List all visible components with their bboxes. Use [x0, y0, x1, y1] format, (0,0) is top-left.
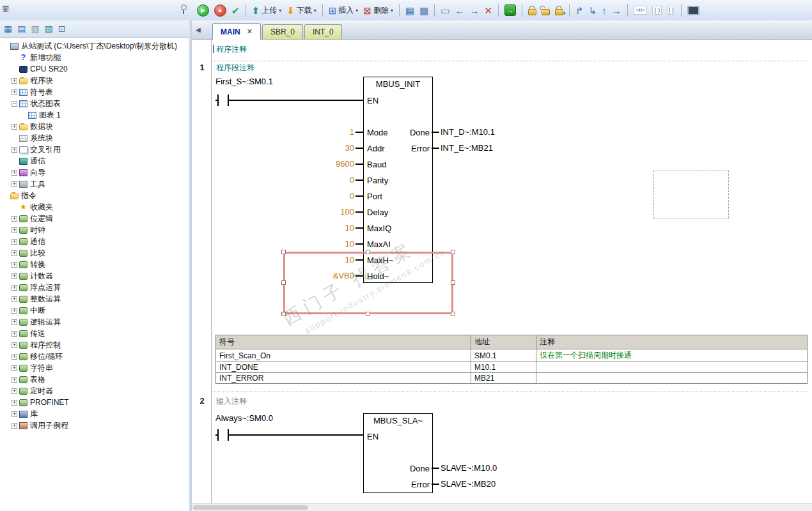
view-project-icon[interactable]: ▦	[4, 24, 12, 33]
view-status-icon[interactable]: ▥	[31, 24, 39, 33]
operand-value[interactable]: 100	[288, 208, 354, 217]
lock-button[interactable]	[526, 3, 538, 18]
unlock-button[interactable]	[540, 3, 552, 18]
upload-button[interactable]: ⬆上传▾	[250, 3, 284, 18]
ladder-editor[interactable]: 程序注释 1 程序段注释 First_S~:SM0.1 MBUS_INIT EN…	[192, 40, 812, 511]
tree-expander-icon[interactable]: +	[12, 285, 17, 291]
compile-button[interactable]: ✔	[230, 3, 242, 18]
line-up-button[interactable]: ↑	[600, 3, 609, 18]
download-button[interactable]: ⬇下载▾	[285, 3, 318, 18]
tree-item-24[interactable]: +逻辑运算	[0, 316, 189, 328]
line-right-button[interactable]: →	[610, 3, 623, 18]
tree-expander-icon[interactable]: +	[12, 170, 17, 176]
tree-item-9[interactable]: +交叉引用	[0, 144, 189, 155]
selection-handle[interactable]	[281, 250, 286, 254]
tree-item-15[interactable]: +位逻辑	[0, 213, 189, 224]
mbus-slave-block[interactable]: MBUS_SLA~ EN Done Error	[363, 413, 433, 493]
tree-item-17[interactable]: +通信	[0, 236, 189, 247]
tree-item-20[interactable]: +计数器	[0, 270, 189, 282]
dropdown-arrow-icon[interactable]: ▾	[391, 8, 393, 13]
tree-expander-icon[interactable]: +	[12, 147, 17, 153]
program-comment[interactable]: 程序注释	[216, 44, 247, 55]
operand-value[interactable]: 0	[288, 176, 354, 185]
tree-item-11[interactable]: +向导	[0, 167, 189, 178]
tree-expander-icon[interactable]: −	[12, 101, 17, 107]
dropdown-arrow-icon[interactable]: ▾	[355, 8, 358, 13]
tree-expander-icon[interactable]: +	[12, 239, 17, 245]
scrollbar-thumb[interactable]	[193, 505, 308, 510]
selection-handle[interactable]	[281, 312, 286, 316]
tree-expander-icon[interactable]: +	[12, 388, 17, 394]
tree-expander-icon[interactable]: +	[12, 342, 17, 348]
operand-value[interactable]: 1	[288, 128, 354, 137]
page-forward-button[interactable]: →	[468, 3, 481, 18]
selection-handle[interactable]	[366, 250, 370, 254]
tree-expander-icon[interactable]: +	[12, 216, 17, 222]
tree-item-12[interactable]: +工具	[0, 178, 189, 190]
window-button[interactable]: ▭	[439, 3, 451, 18]
tree-item-29[interactable]: +表格	[0, 374, 189, 385]
operand-value[interactable]: SLAVE~:M10.0	[441, 464, 497, 473]
page-back-button[interactable]: ←	[453, 3, 467, 18]
tree-item-2[interactable]: CPU SR20	[0, 63, 189, 75]
view-symbols-icon[interactable]: ▤	[17, 24, 26, 33]
horizontal-scrollbar[interactable]	[192, 503, 812, 511]
selection-handle[interactable]	[281, 280, 286, 285]
symbol-cell-address[interactable]: MB21	[471, 373, 536, 384]
dropdown-arrow-icon[interactable]: ▾	[279, 8, 281, 13]
tree-expander-icon[interactable]: +	[12, 423, 17, 429]
tree-item-16[interactable]: +时钟	[0, 224, 189, 236]
selection-rectangle[interactable]	[283, 252, 453, 314]
symbol-cell-comment[interactable]	[536, 362, 808, 373]
tree-item-13[interactable]: 指令	[0, 190, 189, 201]
tree-item-1[interactable]: ?新增功能	[0, 52, 189, 63]
tree-expander-icon[interactable]: +	[12, 400, 17, 406]
branch-up-button[interactable]: ↱	[574, 3, 586, 18]
selection-handle[interactable]	[451, 312, 455, 316]
lock-add-button[interactable]	[553, 3, 565, 18]
pou-grid2-button[interactable]: ▩	[418, 3, 430, 18]
tree-expander-icon[interactable]: +	[12, 319, 17, 325]
operand-value[interactable]: 10	[288, 224, 354, 233]
tree-item-21[interactable]: +浮点运算	[0, 282, 189, 293]
pou-grid-button[interactable]: ▦	[403, 3, 416, 18]
tree-expander-icon[interactable]: +	[12, 262, 17, 268]
operand-value[interactable]: SLAVE~:MB20	[441, 480, 496, 489]
tree-item-23[interactable]: +中断	[0, 305, 189, 316]
operand-value[interactable]: 9600	[288, 160, 354, 169]
selection-handle[interactable]	[451, 250, 455, 254]
operand-value[interactable]: 0	[288, 192, 354, 201]
tree-expander-icon[interactable]: +	[12, 89, 17, 95]
tree-item-31[interactable]: +PROFINET	[0, 397, 189, 408]
coil-tool-button[interactable]: ( )	[650, 3, 664, 18]
tree-expander-icon[interactable]: +	[12, 377, 17, 383]
tree-expander-icon[interactable]: +	[12, 124, 17, 130]
symbol-cell-comment[interactable]: 仅在第一个扫描周期时接通	[536, 349, 808, 362]
tree-item-19[interactable]: +转换	[0, 259, 189, 270]
monitor-button[interactable]	[685, 3, 701, 18]
tree-item-32[interactable]: +库	[0, 408, 189, 420]
tree-item-14[interactable]: ★收藏夹	[0, 201, 189, 213]
branch-down-button[interactable]: ↳	[587, 3, 599, 18]
tree-expander-icon[interactable]: +	[12, 354, 17, 360]
symbol-cell-address[interactable]: SM0.1	[471, 349, 536, 362]
tree-item-8[interactable]: 系统块	[0, 132, 189, 144]
insert-button[interactable]: ⊞插入▾	[327, 3, 361, 18]
export-button[interactable]: →	[503, 3, 518, 18]
stop-button[interactable]: ■	[212, 3, 228, 18]
page-delete-button[interactable]: ✕	[483, 3, 495, 18]
operand-value[interactable]: INT_E~:MB21	[441, 144, 493, 153]
delete-button[interactable]: ⊠删除▾	[361, 3, 395, 18]
tree-expander-icon[interactable]: +	[12, 78, 17, 84]
tree-expander-icon[interactable]: +	[12, 308, 17, 314]
tree-item-4[interactable]: +符号表	[0, 86, 189, 98]
pin-icon[interactable]	[181, 4, 187, 10]
box-tool-button[interactable]: [ ]	[665, 3, 678, 18]
tree-expander-icon[interactable]: +	[12, 227, 17, 233]
view-comm-icon[interactable]: ⊡	[58, 24, 66, 33]
tree-item-6[interactable]: 图表 1	[0, 109, 189, 121]
operand-value[interactable]: 30	[288, 144, 354, 153]
tree-item-7[interactable]: +数据块	[0, 121, 189, 132]
run-button[interactable]: ▶	[195, 3, 211, 18]
view-data-icon[interactable]: ▧	[45, 24, 53, 33]
